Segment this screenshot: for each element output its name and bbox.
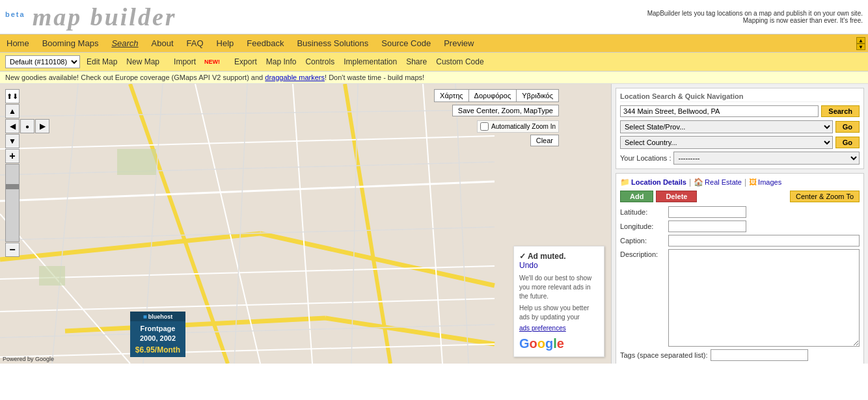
bluehost-ad[interactable]: ■ bluehost Frontpage 2000, 2002 $6.95/Mo… [130, 312, 185, 357]
description-textarea[interactable] [668, 249, 860, 347]
save-center-zoom-btn[interactable]: Save Center, Zoom, MapType [452, 105, 559, 116]
navbar: Home Booming Maps Search About FAQ Help … [0, 34, 868, 53]
nav-booming-maps[interactable]: Booming Maps [36, 34, 105, 52]
nav-about[interactable]: About [145, 34, 180, 52]
nav-faq[interactable]: FAQ [180, 34, 210, 52]
real-estate-icon: 🏠 [694, 178, 703, 187]
detail-tabs: 📁 Location Details | 🏠 Real Estate | 🖼 I… [620, 178, 860, 187]
map-info-btn[interactable]: Map Info [264, 57, 299, 67]
latitude-label: Latitude: [620, 208, 666, 216]
map-zoom-controls: ⬆⬇ ▲ ◀ ● ▶ ▼ + − [5, 89, 49, 257]
delete-location-btn[interactable]: Delete [656, 191, 697, 202]
tags-row: Tags (space separated list): [620, 349, 860, 361]
caption-input[interactable] [668, 235, 860, 247]
toolbar: Default (#110108) Edit Map New Map Impor… [0, 53, 868, 72]
longitude-input[interactable] [668, 220, 746, 232]
location-search-input[interactable] [620, 105, 819, 117]
bluehost-price: $6.95/Month [130, 345, 185, 357]
map-area[interactable]: ⬆⬇ ▲ ◀ ● ▶ ▼ + − Χάρτης Δορυφόρος Υβριδι… [0, 84, 611, 364]
zoom-slider-thumb[interactable] [6, 184, 19, 189]
longitude-row: Longitude: [620, 220, 860, 232]
navbar-scroll-up[interactable]: ▲ [856, 37, 865, 44]
infobar: New goodies available! Check out Europe … [0, 72, 868, 84]
ad-muted-text: ✓ Ad muted. [519, 252, 599, 261]
search-section-title: Location Search & Quick Navigation [620, 92, 860, 102]
clear-btn[interactable]: Clear [530, 135, 559, 146]
logo: beta map builder [5, 3, 177, 31]
logo-text: map builder [33, 3, 177, 31]
longitude-label: Longitude: [620, 222, 666, 230]
import-btn[interactable]: Import [170, 56, 200, 68]
nav-home[interactable]: Home [0, 34, 36, 52]
draggable-markers-link[interactable]: draggable markers [265, 73, 325, 81]
ad-overlay: ✓ Ad muted. Undo We'll do our best to sh… [513, 246, 604, 357]
custom-code-btn[interactable]: Custom Code [433, 57, 486, 67]
map-type-satellite-btn[interactable]: Δορυφόρος [468, 89, 517, 102]
caption-row: Caption: [620, 235, 860, 247]
description-label: Description: [620, 250, 666, 258]
add-location-btn[interactable]: Add [620, 191, 653, 202]
edit-map-btn[interactable]: Edit Map [84, 57, 120, 67]
map-type-hybrid-btn[interactable]: Υβριδικός [516, 89, 559, 102]
nav-business-solutions[interactable]: Business Solutions [290, 34, 375, 52]
state-go-btn[interactable]: Go [835, 121, 860, 133]
tab-real-estate[interactable]: Real Estate [705, 178, 742, 186]
navbar-scroll-down[interactable]: ▼ [856, 44, 865, 50]
nav-search[interactable]: Search [105, 34, 144, 52]
controls-btn[interactable]: Controls [303, 57, 337, 67]
your-locations-row: Your Locations : --------- [620, 152, 860, 165]
pan-up-btn[interactable]: ▲ [5, 104, 20, 118]
tab-sep-1: | [688, 178, 692, 187]
map-type-selector: Χάρτης Δορυφόρος Υβριδικός [434, 89, 559, 102]
search-go-btn[interactable]: Search [821, 105, 860, 117]
autozoom-label: Automatically Zoom In [491, 123, 556, 130]
location-search-section: Location Search & Quick Navigation Searc… [616, 88, 864, 169]
tab-images[interactable]: Images [758, 178, 781, 186]
country-row: Select Country... Go [620, 136, 860, 149]
tab-sep-2: | [743, 178, 748, 187]
your-locations-label: Your Locations : [620, 154, 671, 162]
country-select[interactable]: Select Country... [620, 136, 833, 149]
pan-left-btn[interactable]: ◀ [5, 119, 20, 133]
nav-help[interactable]: Help [210, 34, 241, 52]
new-badge: NEW! [200, 57, 224, 66]
state-select[interactable]: Select State/Prov... [620, 120, 833, 133]
svg-rect-26 [39, 266, 65, 286]
nav-preview[interactable]: Preview [437, 34, 480, 52]
latitude-row: Latitude: [620, 206, 860, 218]
map-type-map-btn[interactable]: Χάρτης [434, 89, 468, 102]
country-go-btn[interactable]: Go [835, 137, 860, 148]
autozoom-checkbox[interactable] [480, 122, 489, 131]
autozoom-row: Automatically Zoom In [477, 120, 559, 133]
tags-input[interactable] [711, 349, 808, 361]
zoom-out-btn[interactable]: − [5, 243, 20, 257]
export-btn[interactable]: Export [232, 57, 260, 67]
svg-rect-25 [117, 149, 156, 175]
your-locations-select[interactable]: --------- [673, 152, 860, 165]
bluehost-header: ■ bluehost [130, 312, 185, 321]
search-row: Search [620, 105, 860, 117]
ad-undo-link[interactable]: Undo [519, 261, 599, 270]
pan-down-btn[interactable]: ▼ [5, 134, 20, 148]
ad-prefs-link[interactable]: ads preferences [519, 325, 566, 332]
tab-location-details[interactable]: Location Details [631, 178, 686, 186]
tags-label: Tags (space separated list): [620, 351, 708, 359]
header: beta map builder MapBuilder lets you tag… [0, 0, 868, 34]
right-panel: Location Search & Quick Navigation Searc… [611, 84, 868, 364]
pan-right-btn[interactable]: ▶ [35, 119, 49, 133]
zoom-in-btn[interactable]: + [5, 149, 20, 163]
zoom-arrows[interactable]: ⬆⬇ [5, 89, 20, 103]
header-tagline: MapBuilder lets you tag locations on a m… [647, 10, 863, 24]
map-select[interactable]: Default (#110108) [5, 55, 80, 68]
latitude-input[interactable] [668, 206, 746, 218]
implementation-btn[interactable]: Implementation [341, 57, 400, 67]
share-btn[interactable]: Share [403, 57, 429, 67]
add-delete-row: Add Delete Center & Zoom To [620, 191, 860, 202]
caption-label: Caption: [620, 237, 666, 245]
main-content: ⬆⬇ ▲ ◀ ● ▶ ▼ + − Χάρτης Δορυφόρος Υβριδι… [0, 84, 868, 364]
nav-feedback[interactable]: Feedback [240, 34, 290, 52]
nav-source-code[interactable]: Source Code [375, 34, 437, 52]
new-map-btn[interactable]: New Map [124, 57, 162, 67]
center-zoom-btn[interactable]: Center & Zoom To [790, 191, 860, 202]
pan-center-btn[interactable]: ● [20, 119, 34, 133]
